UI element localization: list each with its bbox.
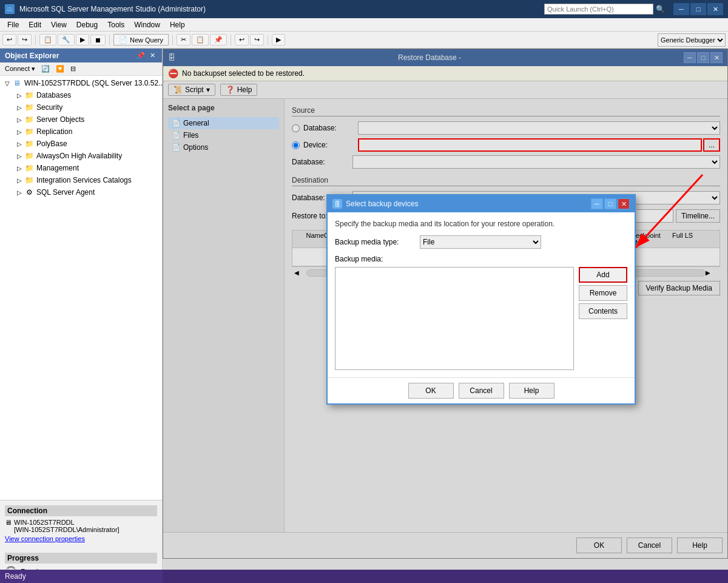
menu-window[interactable]: Window [129, 19, 165, 30]
dialog-icon: 🗄 [332, 199, 342, 209]
replication-expand-icon[interactable]: ▷ [15, 129, 24, 135]
server-objects-label: Server Objects [36, 115, 84, 124]
oe-header-left: Object Explorer [5, 52, 59, 60]
dialog-footer: OK Cancel Help [328, 377, 635, 403]
tree-server-root[interactable]: ▽ 🖥 WIN-1052ST7RDDL (SQL Server 13.0.52.… [0, 77, 162, 89]
toolbar-btn-3[interactable]: 📋 [39, 34, 56, 45]
connect-label: Connect [5, 65, 30, 72]
remove-button[interactable]: Remove [579, 285, 627, 301]
tree-item-replication[interactable]: ▷ 📁 Replication [0, 126, 162, 138]
connection-server-item: 🖥 WIN-1052ST7RDDL [WIN-1052ST7RDDL\Admin… [5, 519, 157, 533]
media-action-buttons: Add Remove Contents [579, 267, 627, 370]
connection-user-name: [WIN-1052ST7RDDL\Administrator] [14, 526, 120, 533]
connection-title: Connection [5, 505, 157, 516]
server-icon-sm: 🖥 [5, 519, 12, 526]
maximize-button[interactable]: □ [690, 3, 706, 15]
oe-tree: ▽ 🖥 WIN-1052ST7RDDL (SQL Server 13.0.52.… [0, 76, 162, 500]
replication-label: Replication [36, 127, 72, 136]
dialog-maximize-button[interactable]: □ [604, 198, 616, 209]
management-expand-icon[interactable]: ▷ [15, 165, 24, 172]
toolbar-btn-paste[interactable]: 📌 [210, 34, 227, 45]
svg-line-4 [636, 175, 703, 248]
menu-file[interactable]: File [2, 19, 24, 30]
databases-folder-icon: 📁 [24, 90, 34, 100]
view-connection-properties-link[interactable]: View connection properties [5, 535, 85, 542]
tree-item-alwayson[interactable]: ▷ 📁 AlwaysOn High Availability [0, 150, 162, 162]
tree-item-integration[interactable]: ▷ 📁 Integration Services Catalogs [0, 174, 162, 186]
new-query-label: New Query [130, 36, 163, 44]
menu-help[interactable]: Help [165, 19, 190, 30]
security-expand-icon[interactable]: ▷ [15, 104, 24, 111]
toolbar-btn-2[interactable]: ↪ [18, 34, 32, 45]
server-objects-folder-icon: 📁 [24, 115, 34, 124]
tree-item-server-objects[interactable]: ▷ 📁 Server Objects [0, 113, 162, 126]
tree-item-polybase[interactable]: ▷ 📁 PolyBase [0, 138, 162, 150]
oe-pin-button[interactable]: 📌 [135, 51, 147, 60]
toolbar-btn-redo[interactable]: ↪ [250, 34, 264, 45]
server-expand-icon[interactable]: ▽ [2, 80, 12, 87]
menu-edit[interactable]: Edit [24, 19, 46, 30]
toolbar-btn-cut[interactable]: ✂ [177, 34, 190, 45]
debugger-select[interactable]: Generic Debugger [658, 33, 726, 47]
new-query-icon: 📄 [119, 36, 127, 44]
sql-server-icon [5, 4, 15, 14]
toolbar-btn-6[interactable]: ⏹ [90, 35, 106, 45]
security-folder-icon: 📁 [24, 103, 34, 112]
status-text: Ready [5, 572, 26, 581]
right-panel: 🗄 Restore Database - ─ □ ✕ ⛔ No backupse… [163, 49, 728, 583]
close-button[interactable]: ✕ [707, 3, 723, 15]
polybase-expand-icon[interactable]: ▷ [15, 141, 24, 147]
search-icon: 🔍 [656, 5, 665, 13]
dialog-cancel-button[interactable]: Cancel [459, 383, 504, 399]
toolbar-btn-4[interactable]: 🔧 [58, 34, 75, 45]
dialog-title-controls: ─ □ ✕ [591, 198, 630, 209]
tree-item-security[interactable]: ▷ 📁 Security [0, 101, 162, 113]
dialog-title-left: 🗄 Select backup devices [332, 199, 418, 209]
quick-launch-input[interactable] [544, 4, 653, 15]
dialog-close-button[interactable]: ✕ [618, 198, 630, 209]
alwayson-folder-icon: 📁 [24, 151, 34, 161]
toolbar-btn-execute[interactable]: ▶ [272, 34, 285, 45]
polybase-label: PolyBase [36, 140, 67, 148]
oe-connect-button[interactable]: Connect ▾ [2, 64, 38, 74]
oe-collapse-button[interactable]: ⊟ [68, 64, 78, 74]
dialog-help-button[interactable]: Help [509, 383, 554, 399]
oe-refresh-button[interactable]: 🔄 [39, 64, 52, 74]
backup-media-list[interactable] [335, 267, 574, 370]
oe-filter-button[interactable]: 🔽 [53, 64, 67, 74]
dialog-ok-button[interactable]: OK [408, 383, 454, 399]
menu-view[interactable]: View [46, 19, 72, 30]
polybase-folder-icon: 📁 [24, 139, 34, 149]
integration-expand-icon[interactable]: ▷ [15, 177, 24, 184]
server-icon: 🖥 [12, 78, 22, 88]
minimize-button[interactable]: ─ [673, 3, 689, 15]
integration-folder-icon: 📁 [24, 175, 34, 185]
tree-item-management[interactable]: ▷ 📁 Management [0, 162, 162, 174]
toolbar-btn-5[interactable]: ▶ [76, 34, 89, 45]
alwayson-expand-icon[interactable]: ▷ [15, 153, 24, 160]
tree-item-databases[interactable]: ▷ 📁 Databases [0, 89, 162, 101]
tree-item-sql-agent[interactable]: ▷ ⚙ SQL Server Agent [0, 186, 162, 198]
media-type-select[interactable]: File Tape URL [420, 235, 541, 249]
object-explorer-title: Object Explorer [5, 52, 59, 60]
dialog-overlay: 🗄 Select backup devices ─ □ ✕ Specify th… [163, 49, 728, 583]
databases-expand-icon[interactable]: ▷ [15, 92, 24, 99]
menu-debug[interactable]: Debug [72, 19, 103, 30]
menu-tools[interactable]: Tools [103, 19, 129, 30]
server-objects-expand-icon[interactable]: ▷ [15, 116, 24, 123]
toolbar-btn-1[interactable]: ↩ [2, 34, 16, 45]
media-type-row: Backup media type: File Tape URL [335, 235, 627, 249]
alwayson-label: AlwaysOn High Availability [36, 152, 122, 160]
connection-server-info: WIN-1052ST7RDDL [WIN-1052ST7RDDL\Adminis… [14, 519, 120, 533]
integration-label: Integration Services Catalogs [36, 176, 132, 184]
contents-button[interactable]: Contents [579, 303, 627, 319]
toolbar-btn-copy[interactable]: 📋 [192, 34, 209, 45]
new-query-button[interactable]: 📄 New Query [113, 34, 169, 45]
sql-agent-expand-icon[interactable]: ▷ [15, 189, 24, 196]
toolbar-btn-undo[interactable]: ↩ [235, 34, 249, 45]
toolbar-sep-4 [231, 35, 231, 45]
add-button[interactable]: Add [579, 267, 627, 283]
dialog-minimize-button[interactable]: ─ [591, 198, 603, 209]
oe-close-button[interactable]: ✕ [148, 51, 157, 60]
title-bar-left: Microsoft SQL Server Management Studio (… [5, 4, 206, 14]
